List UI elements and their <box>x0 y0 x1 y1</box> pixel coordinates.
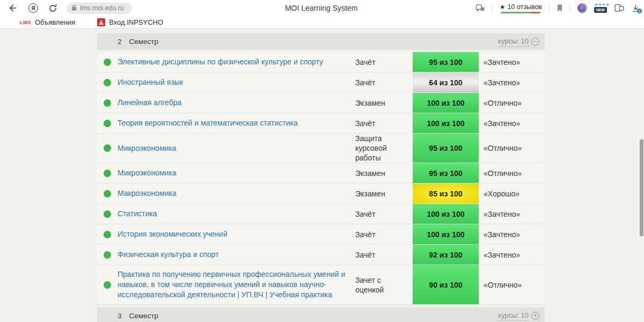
course-row: Макроэкономика Экзамен 85 из 100 «Хорошо… <box>97 184 545 204</box>
course-link[interactable]: Иностранный язык <box>118 73 355 92</box>
grade-text: «Отлично» <box>479 144 545 152</box>
course-link[interactable]: Макроэкономика <box>118 184 355 203</box>
status-dot-icon <box>104 58 111 66</box>
course-row: Иностранный язык Зачёт 64 из 100 «Зачтен… <box>97 72 545 93</box>
courses-count-label: курсы: 10 <box>498 311 529 321</box>
status-dot-icon <box>104 281 111 289</box>
bookmark-inpsycho-login[interactable]: Вход.INPSYCHO <box>97 18 163 26</box>
new-extension-label: NEW <box>594 7 607 13</box>
status-dot-icon <box>104 144 111 152</box>
scrollbar-thumb[interactable] <box>640 140 643 236</box>
score-badge: 95 из 100 <box>413 52 479 72</box>
semester-courses-toggle[interactable]: курсы: 10 + <box>498 311 539 321</box>
lock-icon <box>71 3 77 13</box>
grade-text: «Отлично» <box>479 99 545 107</box>
browser-toolbar: Я lms.moi.edu.ru MOI Learning System ★ 1… <box>0 0 644 16</box>
star-icon: ★ <box>500 4 506 10</box>
collections-icon[interactable] <box>614 4 625 12</box>
bookmark-announcements[interactable]: LMS Объявления <box>20 18 75 26</box>
downloads-icon[interactable]: 2 <box>632 4 640 12</box>
score-badge: 92 из 100 <box>413 245 479 265</box>
course-row: Статистика Зачёт 100 из 100 «Зачтено» <box>97 204 545 224</box>
semester-2-header: 2 Семестр курсы: 10 − <box>97 33 545 50</box>
course-link[interactable]: Практика по получению первичных професси… <box>118 265 355 304</box>
bookmark-label: Вход.INPSYCHO <box>109 18 163 26</box>
course-table-body: Элективные дисциплины по физической куль… <box>97 52 545 305</box>
bookmarks-bar: LMS Объявления Вход.INPSYCHO <box>0 16 644 29</box>
grade-text: «Зачтено» <box>479 251 545 259</box>
course-row: История экономических учений Зачёт 100 и… <box>97 224 545 245</box>
reviews-count: 10 отзывов <box>507 3 542 11</box>
score-badge: 64 из 100 <box>413 72 479 92</box>
course-link[interactable]: Микроэкономика <box>118 164 355 182</box>
back-icon[interactable] <box>8 3 17 13</box>
expand-icon[interactable]: + <box>531 312 539 320</box>
score-badge: 100 из 100 <box>413 204 479 224</box>
status-dot-icon <box>104 79 111 86</box>
page-title: MOI Learning System <box>285 0 357 16</box>
status-dot-icon <box>104 210 111 218</box>
status-dot-icon <box>104 99 111 107</box>
course-link[interactable]: История экономических учений <box>118 225 355 244</box>
new-extension-icon[interactable]: NEW <box>594 4 607 13</box>
extension-circle-icon[interactable] <box>577 3 587 13</box>
protect-icon[interactable] <box>475 4 485 12</box>
assessment-type: Защита курсовой работы <box>355 134 413 163</box>
score-badge: 100 из 100 <box>413 93 479 113</box>
address-bar[interactable]: lms.moi.edu.ru <box>67 3 132 14</box>
reviews-rating-bar <box>501 12 540 13</box>
assessment-type: Экзамен <box>355 98 413 108</box>
grade-text: «Хорошо» <box>479 189 545 198</box>
reviews-widget[interactable]: ★ 10 отзывов <box>500 3 542 13</box>
grade-text: «Зачтено» <box>479 210 545 218</box>
inpsycho-favicon <box>97 18 105 26</box>
grade-text: «Отлично» <box>479 169 545 178</box>
courses-count-label: курсы: 10 <box>498 36 529 47</box>
assessment-type: Зачёт <box>355 250 413 260</box>
assessment-type: Зачёт <box>355 57 413 67</box>
score-badge: 100 из 100 <box>413 224 479 244</box>
assessment-type: Зачёт <box>355 78 413 87</box>
status-dot-icon <box>104 190 111 197</box>
course-link[interactable]: Элективные дисциплины по физической куль… <box>118 53 355 71</box>
grade-text: «Отлично» <box>479 281 545 289</box>
lms-favicon: LMS <box>20 19 31 25</box>
url-text: lms.moi.edu.ru <box>80 4 124 12</box>
semester-courses-toggle[interactable]: курсы: 10 − <box>498 36 539 47</box>
course-row: Линейная алгебра Экзамен 100 из 100 «Отл… <box>97 93 545 113</box>
grade-text: «Зачтено» <box>479 230 545 239</box>
score-badge: 95 из 100 <box>413 134 479 163</box>
status-dot-icon <box>104 251 111 259</box>
grade-text: «Зачтено» <box>479 58 545 67</box>
semester-3-header: 3 Семестр курсы: 10 + <box>97 308 545 322</box>
bookmark-icon[interactable] <box>557 4 563 12</box>
assessment-type: Экзамен <box>355 169 413 178</box>
page-content: 2 Семестр курсы: 10 − Элективные дисципл… <box>0 30 644 322</box>
collapse-icon[interactable]: − <box>531 38 539 46</box>
course-link[interactable]: Теория вероятностей и математическая ста… <box>118 114 355 133</box>
assessment-type: Зачёт <box>355 209 413 219</box>
semester-title: Семестр <box>129 312 159 320</box>
semester-title: Семестр <box>129 38 159 46</box>
toolbar-separator <box>492 4 493 12</box>
toolbar-separator <box>549 4 550 12</box>
status-dot-icon <box>104 120 111 127</box>
refresh-icon[interactable] <box>48 4 57 13</box>
score-badge: 100 из 100 <box>413 113 479 133</box>
yandex-browser-icon[interactable]: Я <box>28 3 38 13</box>
course-link[interactable]: Линейная алгебра <box>118 93 355 112</box>
course-row: Микроэкономика Экзамен 95 из 100 «Отличн… <box>97 163 545 184</box>
semester-number: 3 <box>118 312 122 320</box>
course-link[interactable]: Микроэкономика <box>118 139 355 158</box>
bookmark-label: Объявления <box>35 18 75 26</box>
assessment-type: Зачёт <box>355 230 413 239</box>
score-badge: 95 из 100 <box>413 163 479 183</box>
grades-table: 2 Семестр курсы: 10 − Элективные дисципл… <box>97 33 545 322</box>
status-dot-icon <box>104 231 111 238</box>
assessment-type: Экзамен <box>355 189 413 199</box>
course-link[interactable]: Статистика <box>118 204 355 223</box>
course-row: Теория вероятностей и математическая ста… <box>97 113 545 134</box>
course-row: Микроэкономика Защита курсовой работы 95… <box>97 134 545 163</box>
status-dot-icon <box>104 170 111 177</box>
course-link[interactable]: Физическая культура и спорт <box>118 245 355 264</box>
